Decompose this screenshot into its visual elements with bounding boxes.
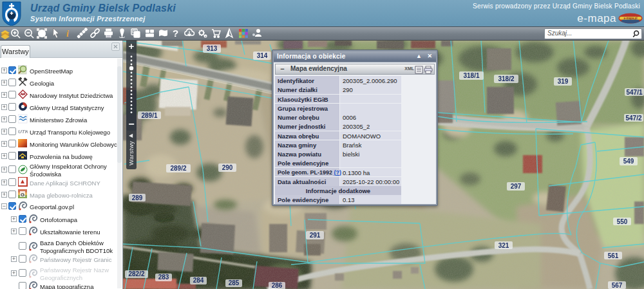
svg-text:291: 291 (310, 232, 321, 239)
svg-text:321: 321 (498, 242, 509, 249)
svg-text:283: 283 (158, 274, 169, 281)
svg-text:e-mapa.pl: e-mapa.pl (623, 17, 637, 20)
svg-text:?: ? (173, 28, 178, 39)
svg-text:319: 319 (558, 78, 569, 85)
svg-text:318/2: 318/2 (498, 75, 514, 82)
svg-text:UTK: UTK (18, 129, 28, 135)
svg-text:550: 550 (617, 218, 628, 225)
svg-text:314: 314 (257, 52, 268, 59)
svg-text:289/2: 289/2 (170, 165, 186, 172)
svg-text:G: G (21, 192, 24, 198)
svg-text:+: + (205, 34, 207, 38)
svg-text:561: 561 (608, 252, 619, 259)
svg-text:547/1: 547/1 (626, 89, 642, 96)
svg-text:313: 313 (207, 45, 218, 52)
svg-text:547/2: 547/2 (625, 115, 641, 122)
svg-text:i: i (66, 29, 69, 39)
svg-text:289/1: 289/1 (141, 112, 157, 119)
svg-text:284: 284 (193, 277, 204, 284)
svg-text:549: 549 (623, 158, 634, 165)
svg-text:286: 286 (272, 282, 283, 289)
svg-text:290: 290 (222, 164, 233, 171)
svg-text:318/1: 318/1 (463, 72, 479, 79)
svg-text:567: 567 (612, 282, 623, 289)
svg-text:285: 285 (229, 279, 240, 286)
svg-text:289: 289 (132, 194, 143, 201)
svg-text:282/2: 282/2 (128, 270, 144, 277)
svg-text:297: 297 (511, 183, 522, 190)
